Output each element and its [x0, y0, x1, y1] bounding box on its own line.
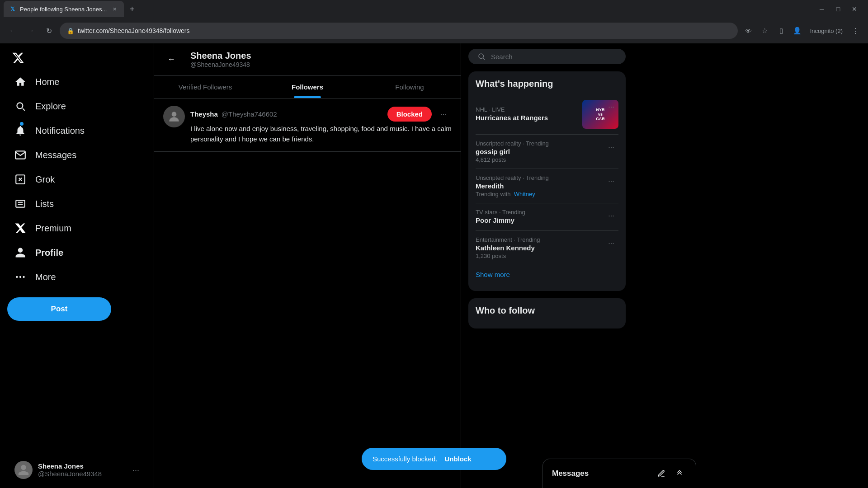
svg-line-11	[483, 58, 485, 60]
menu-button[interactable]: ⋮	[848, 23, 863, 38]
nhl-more-button[interactable]: ···	[604, 100, 618, 114]
trend-1-sub-prefix: Trending with	[476, 191, 511, 197]
back-button[interactable]: ←	[163, 52, 179, 68]
nhl-trend-item: NHL · LIVE Hurricanes at Rangers NYRvsCA…	[476, 94, 618, 135]
tab-title: People following Sheena Jones...	[20, 6, 107, 13]
premium-icon	[14, 222, 26, 234]
browser-tabs: 𝕏 People following Sheena Jones... ✕ + ─…	[0, 0, 868, 18]
lock-icon: 🔒	[67, 28, 74, 34]
sidebar-item-notifications[interactable]: Notifications	[7, 119, 146, 142]
trend-0-link[interactable]: gossip girl	[476, 148, 510, 155]
sidebar-user[interactable]: Sheena Jones @SheenaJone49348 ···	[7, 455, 146, 484]
profile-nav-icon	[14, 247, 26, 258]
search-icon	[14, 100, 26, 112]
star-icon[interactable]: ☆	[758, 23, 772, 38]
trend-2-category: TV stars · Trending	[476, 209, 618, 216]
sidebar-lists-label: Lists	[35, 199, 54, 209]
show-more-link[interactable]: Show more	[476, 265, 618, 284]
svg-point-7	[19, 276, 21, 278]
messages-bar[interactable]: Messages	[542, 459, 696, 488]
compose-message-button[interactable]	[654, 466, 669, 481]
address-bar[interactable]: 🔒 twitter.com/SheenaJone49348/followers	[60, 23, 738, 39]
sidebar-item-explore[interactable]: Explore	[7, 95, 146, 117]
trend-3-name: Kathleen Kennedy	[476, 244, 618, 252]
profile-icon[interactable]: 👤	[790, 23, 805, 38]
grok-icon	[14, 174, 26, 185]
close-button[interactable]: ✕	[848, 3, 861, 15]
notification-dot	[20, 122, 24, 126]
tab-close-button[interactable]: ✕	[110, 5, 118, 13]
profile-name: Sheena Jones	[190, 51, 251, 61]
tablet-icon[interactable]: ▯	[774, 23, 788, 38]
follower-more-button[interactable]: ···	[435, 106, 452, 122]
sidebar-item-home[interactable]: Home	[7, 70, 146, 93]
sidebar-grok-label: Grok	[35, 174, 55, 185]
follower-avatar	[163, 106, 185, 127]
search-box[interactable]	[468, 49, 626, 64]
trend-1-sub-link[interactable]: Whitney	[514, 191, 535, 197]
reload-button[interactable]: ↻	[42, 23, 56, 38]
post-button[interactable]: Post	[7, 297, 111, 321]
trend-2-more-button[interactable]: ···	[604, 209, 618, 223]
sidebar: Home Explore Notifications Messages	[0, 43, 154, 488]
active-tab[interactable]: 𝕏 People following Sheena Jones... ✕	[4, 1, 124, 17]
trend-meredith: Unscripted reality · Trending Meredith T…	[476, 169, 618, 203]
sidebar-item-messages[interactable]: Messages	[7, 144, 146, 166]
tab-followers[interactable]: Followers	[256, 76, 359, 98]
bell-icon	[14, 125, 26, 136]
svg-point-8	[23, 276, 24, 278]
tab-verified-followers[interactable]: Verified Followers	[154, 76, 256, 98]
forward-nav-button[interactable]: →	[24, 23, 38, 38]
tab-following[interactable]: Following	[359, 76, 461, 98]
trend-0-name: gossip girl	[476, 148, 618, 155]
x-logo[interactable]	[7, 47, 29, 69]
sidebar-user-avatar	[14, 461, 33, 479]
profile-info: Sheena Jones @SheenaJone49348	[190, 51, 251, 68]
sidebar-item-profile[interactable]: Profile	[7, 241, 146, 264]
collapse-messages-button[interactable]	[672, 466, 687, 481]
trend-1-category: Unscripted reality · Trending	[476, 174, 618, 181]
main-content: ← Sheena Jones @SheenaJone49348 Verified…	[154, 43, 461, 488]
trend-kathleen-kennedy: Entertainment · Trending Kathleen Kenned…	[476, 231, 618, 265]
toast-unblock-button[interactable]: Unblock	[444, 455, 471, 463]
lists-icon	[14, 198, 26, 210]
trend-3-sub: 1,230 posts	[476, 253, 618, 259]
browser-chrome: 𝕏 People following Sheena Jones... ✕ + ─…	[0, 0, 868, 43]
sidebar-item-more[interactable]: More	[7, 266, 146, 288]
sidebar-home-label: Home	[35, 77, 59, 87]
back-nav-button[interactable]: ←	[5, 23, 20, 38]
whats-happening-section: What's happening NHL · LIVE Hurricanes a…	[468, 71, 626, 291]
trend-3-category: Entertainment · Trending	[476, 236, 618, 243]
right-sidebar: What's happening NHL · LIVE Hurricanes a…	[461, 43, 633, 488]
trend-2-link[interactable]: Poor Jimmy	[476, 216, 514, 224]
sidebar-item-lists[interactable]: Lists	[7, 192, 146, 215]
svg-point-10	[479, 54, 484, 59]
sidebar-premium-label: Premium	[35, 223, 71, 234]
profile-handle: @SheenaJone49348	[190, 61, 251, 68]
trend-1-link[interactable]: Meredith	[476, 182, 504, 190]
incognito-label[interactable]: Incognito (2)	[807, 23, 846, 38]
who-to-follow-section: Who to follow	[468, 298, 626, 328]
trend-3-link[interactable]: Kathleen Kennedy	[476, 244, 535, 252]
sidebar-notifications-label: Notifications	[35, 126, 85, 136]
browser-nav: ← → ↻ 🔒 twitter.com/SheenaJone49348/foll…	[0, 18, 868, 43]
sidebar-explore-label: Explore	[35, 101, 66, 112]
messages-icon	[14, 149, 26, 161]
trend-3-more-button[interactable]: ···	[604, 236, 618, 251]
nhl-link[interactable]: Hurricanes at Rangers	[476, 114, 548, 122]
eyeoff-icon[interactable]: 👁	[741, 23, 756, 38]
sidebar-item-premium[interactable]: Premium	[7, 217, 146, 239]
sidebar-item-grok[interactable]: Grok	[7, 168, 146, 191]
svg-point-9	[172, 112, 177, 117]
who-to-follow-title: Who to follow	[476, 305, 618, 316]
followers-tabs: Verified Followers Followers Following	[154, 76, 461, 99]
maximize-button[interactable]: □	[832, 3, 844, 15]
sidebar-profile-label: Profile	[35, 248, 63, 258]
new-tab-button[interactable]: +	[126, 3, 138, 15]
search-input[interactable]	[491, 53, 617, 61]
trend-0-more-button[interactable]: ···	[604, 140, 618, 155]
whats-happening-title: What's happening	[476, 79, 618, 89]
blocked-button[interactable]: Blocked	[387, 107, 432, 122]
trend-1-more-button[interactable]: ···	[604, 174, 618, 189]
minimize-button[interactable]: ─	[816, 3, 828, 15]
